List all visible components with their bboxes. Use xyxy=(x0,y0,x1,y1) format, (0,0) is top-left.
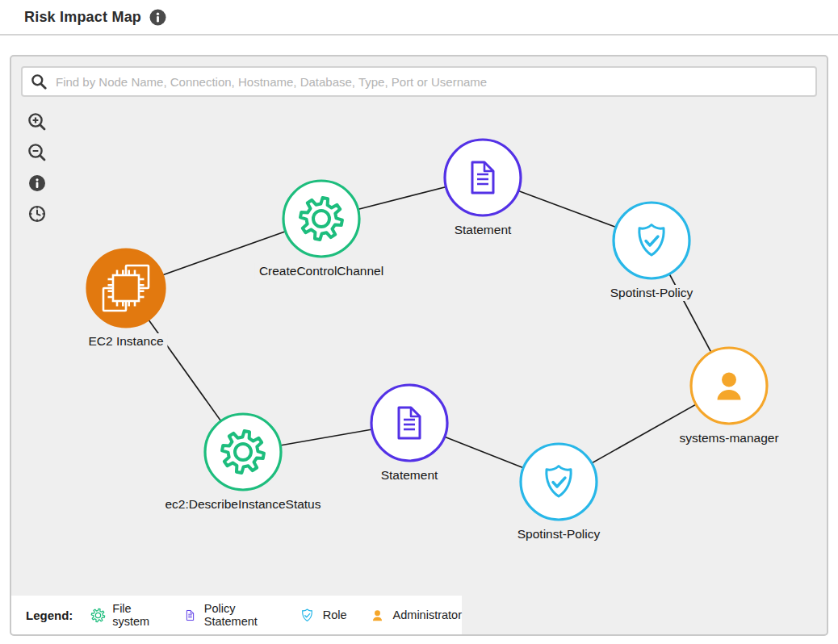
graph-toolbar xyxy=(27,111,47,224)
shield-check-icon xyxy=(298,606,316,625)
node-ec2-instance[interactable] xyxy=(87,249,165,327)
legend-item-file-system: File system xyxy=(90,602,161,628)
info-icon[interactable] xyxy=(149,9,166,26)
history-button[interactable] xyxy=(27,203,47,224)
node-spotinst-policy-1[interactable] xyxy=(614,203,689,278)
node-systems-manager[interactable] xyxy=(691,348,767,424)
info-button[interactable] xyxy=(27,173,47,193)
magnifier-icon xyxy=(31,73,47,90)
header-divider xyxy=(0,34,838,36)
zoom-out-button[interactable] xyxy=(27,142,47,162)
node-create-control-channel[interactable] xyxy=(283,181,359,257)
header: Risk Impact Map xyxy=(0,0,838,34)
search-box xyxy=(21,66,817,97)
zoom-out-icon xyxy=(27,143,47,162)
gear-icon xyxy=(90,606,106,625)
history-clock-icon xyxy=(27,204,47,224)
legend: Legend: File systemPolicy StatementRoleA… xyxy=(11,596,462,634)
legend-item-label: Role xyxy=(323,608,347,621)
legend-item-label: Administrator xyxy=(393,608,462,621)
node-statement-1[interactable] xyxy=(445,140,521,215)
document-icon xyxy=(182,606,198,625)
page-title: Risk Impact Map xyxy=(24,9,141,26)
legend-title: Legend: xyxy=(26,608,73,622)
node-ec2-describe-instance-status[interactable] xyxy=(205,414,281,490)
legend-items: File systemPolicy StatementRoleAdministr… xyxy=(90,602,462,628)
zoom-in-button[interactable] xyxy=(27,111,47,132)
info-icon xyxy=(28,174,46,192)
node-spotinst-policy-2[interactable] xyxy=(521,444,597,520)
legend-item-administrator: Administrator xyxy=(368,606,462,625)
legend-item-label: Policy Statement xyxy=(204,602,277,628)
legend-item-policy-statement: Policy Statement xyxy=(182,602,277,628)
legend-item-role: Role xyxy=(298,606,347,625)
legend-item-label: File system xyxy=(112,602,161,628)
search-input[interactable] xyxy=(54,74,807,90)
zoom-in-icon xyxy=(27,112,47,132)
risk-impact-map-panel: EC2 InstanceCreateControlChannelStatemen… xyxy=(10,55,828,636)
graph-canvas[interactable] xyxy=(11,56,827,634)
node-statement-2[interactable] xyxy=(371,385,447,461)
info-icon xyxy=(149,9,166,26)
person-icon xyxy=(368,606,387,625)
